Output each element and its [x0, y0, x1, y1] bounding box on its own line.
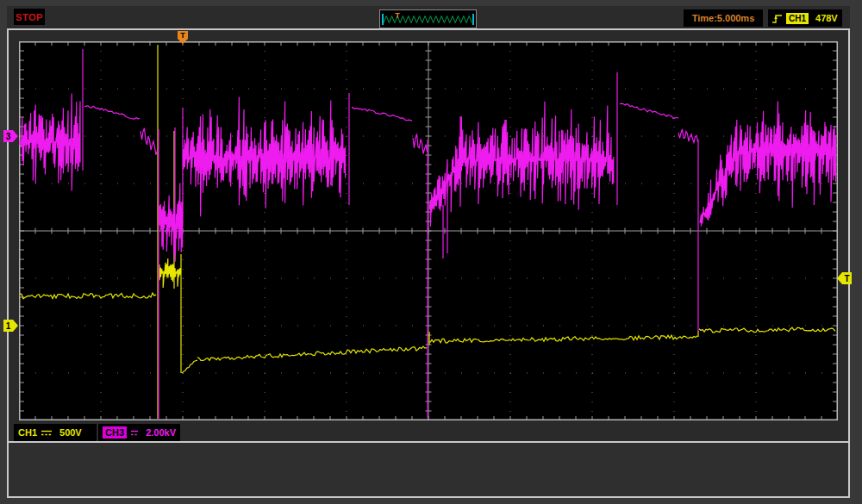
trigger-level-label: 478V — [815, 13, 838, 23]
preview-zigzag-icon: T — [380, 10, 476, 28]
ch3-ground-marker[interactable]: 3 — [3, 130, 19, 142]
timebase-label: Time:5.000ms — [692, 13, 755, 23]
dc-coupling-icon — [41, 429, 52, 437]
svg-text:T: T — [844, 274, 849, 283]
ch1-scale: 500V — [59, 427, 82, 438]
trigger-level-marker[interactable]: T — [837, 272, 853, 284]
trigger-source-chip: CH1 — [786, 13, 809, 24]
ch3-readout[interactable]: CH3 2.00kV — [98, 424, 180, 441]
menu-panel — [7, 443, 850, 498]
ch1-label: CH1 — [18, 427, 37, 438]
trigger-position-marker[interactable]: T — [178, 31, 189, 45]
acquisition-status[interactable]: STOP — [14, 9, 45, 25]
svg-text:3: 3 — [6, 132, 11, 141]
svg-text:1: 1 — [6, 321, 11, 331]
ch1-readout[interactable]: CH1 500V — [14, 424, 97, 441]
waveform-plot — [19, 41, 838, 420]
record-preview[interactable]: T — [379, 9, 477, 28]
run-state-label: STOP — [16, 12, 43, 22]
dc-coupling-icon — [131, 429, 138, 437]
svg-text:T: T — [180, 31, 185, 40]
trigger-info-box: CH1 478V — [768, 9, 842, 27]
ch3-label: CH3 — [103, 426, 127, 439]
preview-trigger-marker: T — [395, 11, 400, 20]
timebase-box: Time:5.000ms — [684, 9, 763, 27]
ch3-scale: 2.00kV — [146, 427, 176, 438]
oscilloscope-screen: STOP T Time:5.000ms CH1 478V T — [0, 0, 862, 504]
ch1-ground-marker[interactable]: 1 — [3, 320, 19, 332]
rising-edge-slope-icon — [771, 12, 783, 25]
